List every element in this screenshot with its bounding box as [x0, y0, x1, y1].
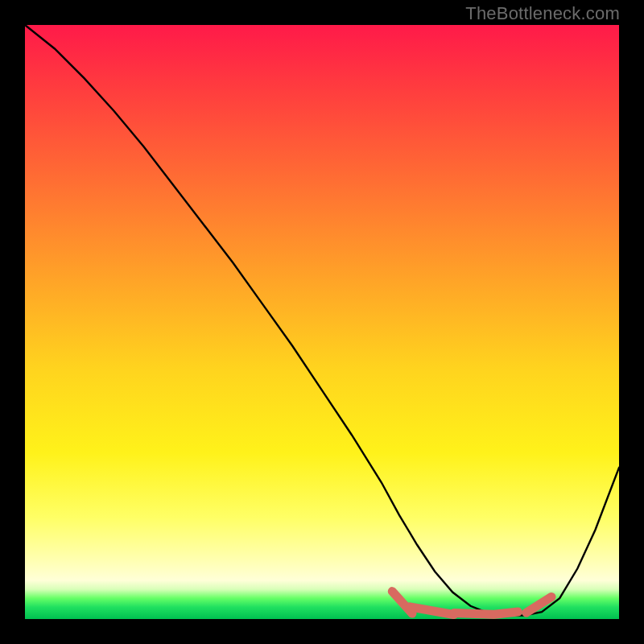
watermark-text: TheBottleneck.com: [465, 3, 620, 24]
highlight-markers: [392, 592, 551, 615]
plot-area: [25, 25, 619, 619]
chart-svg: [25, 25, 619, 619]
highlight-dash: [526, 597, 551, 613]
bottleneck-curve: [25, 25, 619, 616]
chart-frame: TheBottleneck.com: [0, 0, 644, 644]
highlight-dash: [454, 613, 493, 615]
highlight-dash: [494, 612, 518, 614]
